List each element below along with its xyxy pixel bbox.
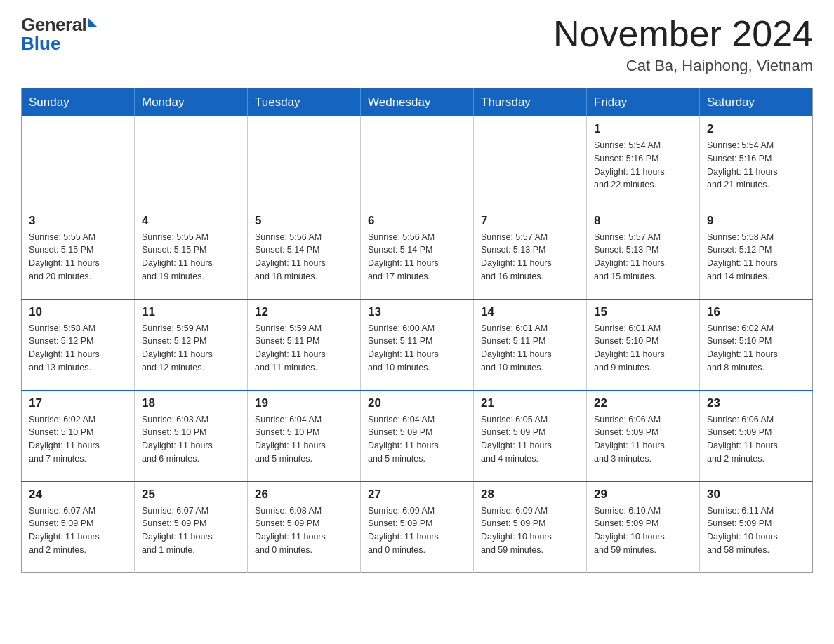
day-number: 23: [707, 396, 805, 410]
day-number: 7: [481, 214, 579, 228]
day-info: Sunrise: 6:10 AM Sunset: 5:09 PM Dayligh…: [594, 504, 692, 557]
calendar-cell: 5Sunrise: 5:56 AM Sunset: 5:14 PM Daylig…: [248, 208, 361, 299]
day-number: 13: [368, 305, 466, 319]
calendar-cell: 8Sunrise: 5:57 AM Sunset: 5:13 PM Daylig…: [587, 208, 700, 299]
day-number: 6: [368, 214, 466, 228]
calendar-cell: 1Sunrise: 5:54 AM Sunset: 5:16 PM Daylig…: [587, 116, 700, 208]
day-number: 2: [707, 122, 805, 136]
day-info: Sunrise: 5:55 AM Sunset: 5:15 PM Dayligh…: [142, 231, 240, 283]
day-info: Sunrise: 6:01 AM Sunset: 5:10 PM Dayligh…: [594, 322, 692, 375]
calendar-cell: 9Sunrise: 5:58 AM Sunset: 5:12 PM Daylig…: [700, 208, 813, 299]
weekday-header-monday: Monday: [135, 88, 248, 117]
day-number: 24: [29, 488, 127, 502]
weekday-header-wednesday: Wednesday: [361, 88, 474, 117]
day-info: Sunrise: 5:56 AM Sunset: 5:14 PM Dayligh…: [255, 231, 353, 283]
day-number: 20: [368, 396, 466, 410]
calendar-cell: 10Sunrise: 5:58 AM Sunset: 5:12 PM Dayli…: [22, 299, 135, 390]
day-number: 18: [142, 396, 240, 410]
day-info: Sunrise: 6:00 AM Sunset: 5:11 PM Dayligh…: [368, 322, 466, 375]
day-info: Sunrise: 6:09 AM Sunset: 5:09 PM Dayligh…: [481, 504, 579, 557]
calendar-cell: [248, 116, 361, 208]
day-number: 1: [594, 122, 692, 136]
day-info: Sunrise: 5:57 AM Sunset: 5:13 PM Dayligh…: [594, 231, 692, 283]
calendar-cell: 6Sunrise: 5:56 AM Sunset: 5:14 PM Daylig…: [361, 208, 474, 299]
weekday-header-sunday: Sunday: [22, 88, 135, 117]
day-number: 10: [29, 305, 127, 319]
day-number: 16: [707, 305, 805, 319]
calendar-cell: 11Sunrise: 5:59 AM Sunset: 5:12 PM Dayli…: [135, 299, 248, 390]
day-number: 3: [29, 214, 127, 228]
day-number: 11: [142, 305, 240, 319]
day-info: Sunrise: 6:04 AM Sunset: 5:10 PM Dayligh…: [255, 413, 353, 466]
day-number: 19: [255, 396, 353, 410]
calendar-cell: 7Sunrise: 5:57 AM Sunset: 5:13 PM Daylig…: [474, 208, 587, 299]
weekday-header-row: SundayMondayTuesdayWednesdayThursdayFrid…: [22, 88, 813, 117]
calendar-week-row: 3Sunrise: 5:55 AM Sunset: 5:15 PM Daylig…: [22, 208, 813, 299]
day-number: 15: [594, 305, 692, 319]
calendar-cell: 12Sunrise: 5:59 AM Sunset: 5:11 PM Dayli…: [248, 299, 361, 390]
day-number: 17: [29, 396, 127, 410]
title-area: November 2024 Cat Ba, Haiphong, Vietnam: [553, 14, 813, 75]
day-info: Sunrise: 6:03 AM Sunset: 5:10 PM Dayligh…: [142, 413, 240, 466]
logo: General Blue: [21, 14, 98, 55]
calendar-cell: 4Sunrise: 5:55 AM Sunset: 5:15 PM Daylig…: [135, 208, 248, 299]
calendar-cell: 30Sunrise: 6:11 AM Sunset: 5:09 PM Dayli…: [700, 481, 813, 572]
calendar-cell: 26Sunrise: 6:08 AM Sunset: 5:09 PM Dayli…: [248, 481, 361, 572]
weekday-header-friday: Friday: [587, 88, 700, 117]
header: General Blue November 2024 Cat Ba, Haiph…: [21, 14, 813, 75]
day-info: Sunrise: 6:02 AM Sunset: 5:10 PM Dayligh…: [29, 413, 127, 466]
day-number: 30: [707, 488, 805, 502]
day-number: 27: [368, 488, 466, 502]
calendar-cell: 2Sunrise: 5:54 AM Sunset: 5:16 PM Daylig…: [700, 116, 813, 208]
calendar-cell: 18Sunrise: 6:03 AM Sunset: 5:10 PM Dayli…: [135, 390, 248, 481]
weekday-header-saturday: Saturday: [700, 88, 813, 117]
calendar-cell: 21Sunrise: 6:05 AM Sunset: 5:09 PM Dayli…: [474, 390, 587, 481]
calendar-cell: 23Sunrise: 6:06 AM Sunset: 5:09 PM Dayli…: [700, 390, 813, 481]
day-number: 9: [707, 214, 805, 228]
calendar-cell: 13Sunrise: 6:00 AM Sunset: 5:11 PM Dayli…: [361, 299, 474, 390]
day-number: 26: [255, 488, 353, 502]
calendar-table: SundayMondayTuesdayWednesdayThursdayFrid…: [21, 88, 813, 573]
day-number: 28: [481, 488, 579, 502]
weekday-header-tuesday: Tuesday: [248, 88, 361, 117]
day-info: Sunrise: 5:58 AM Sunset: 5:12 PM Dayligh…: [29, 322, 127, 375]
calendar-cell: 22Sunrise: 6:06 AM Sunset: 5:09 PM Dayli…: [587, 390, 700, 481]
day-info: Sunrise: 6:02 AM Sunset: 5:10 PM Dayligh…: [707, 322, 805, 375]
day-number: 22: [594, 396, 692, 410]
day-number: 8: [594, 214, 692, 228]
calendar-cell: 20Sunrise: 6:04 AM Sunset: 5:09 PM Dayli…: [361, 390, 474, 481]
calendar-week-row: 1Sunrise: 5:54 AM Sunset: 5:16 PM Daylig…: [22, 116, 813, 208]
day-info: Sunrise: 6:01 AM Sunset: 5:11 PM Dayligh…: [481, 322, 579, 375]
calendar-cell: [361, 116, 474, 208]
day-info: Sunrise: 5:58 AM Sunset: 5:12 PM Dayligh…: [707, 231, 805, 283]
day-info: Sunrise: 6:09 AM Sunset: 5:09 PM Dayligh…: [368, 504, 466, 557]
day-info: Sunrise: 6:08 AM Sunset: 5:09 PM Dayligh…: [255, 504, 353, 557]
day-info: Sunrise: 6:11 AM Sunset: 5:09 PM Dayligh…: [707, 504, 805, 557]
calendar-week-row: 17Sunrise: 6:02 AM Sunset: 5:10 PM Dayli…: [22, 390, 813, 481]
day-info: Sunrise: 6:05 AM Sunset: 5:09 PM Dayligh…: [481, 413, 579, 466]
calendar-cell: 28Sunrise: 6:09 AM Sunset: 5:09 PM Dayli…: [474, 481, 587, 572]
calendar-cell: [474, 116, 587, 208]
day-number: 29: [594, 488, 692, 502]
logo-triangle-icon: [88, 18, 98, 27]
calendar-cell: 24Sunrise: 6:07 AM Sunset: 5:09 PM Dayli…: [22, 481, 135, 572]
day-info: Sunrise: 5:54 AM Sunset: 5:16 PM Dayligh…: [594, 139, 692, 192]
day-number: 4: [142, 214, 240, 228]
day-info: Sunrise: 5:54 AM Sunset: 5:16 PM Dayligh…: [707, 139, 805, 192]
day-info: Sunrise: 6:06 AM Sunset: 5:09 PM Dayligh…: [594, 413, 692, 466]
day-info: Sunrise: 5:59 AM Sunset: 5:12 PM Dayligh…: [142, 322, 240, 375]
day-info: Sunrise: 5:56 AM Sunset: 5:14 PM Dayligh…: [368, 231, 466, 283]
day-info: Sunrise: 6:06 AM Sunset: 5:09 PM Dayligh…: [707, 413, 805, 466]
day-number: 21: [481, 396, 579, 410]
calendar-cell: [135, 116, 248, 208]
day-info: Sunrise: 6:07 AM Sunset: 5:09 PM Dayligh…: [29, 504, 127, 557]
calendar-cell: 19Sunrise: 6:04 AM Sunset: 5:10 PM Dayli…: [248, 390, 361, 481]
calendar-week-row: 24Sunrise: 6:07 AM Sunset: 5:09 PM Dayli…: [22, 481, 813, 572]
calendar-week-row: 10Sunrise: 5:58 AM Sunset: 5:12 PM Dayli…: [22, 299, 813, 390]
calendar-cell: [22, 116, 135, 208]
calendar-title: November 2024: [553, 14, 813, 54]
day-number: 12: [255, 305, 353, 319]
calendar-cell: 15Sunrise: 6:01 AM Sunset: 5:10 PM Dayli…: [587, 299, 700, 390]
day-info: Sunrise: 5:57 AM Sunset: 5:13 PM Dayligh…: [481, 231, 579, 283]
calendar-subtitle: Cat Ba, Haiphong, Vietnam: [553, 57, 813, 75]
